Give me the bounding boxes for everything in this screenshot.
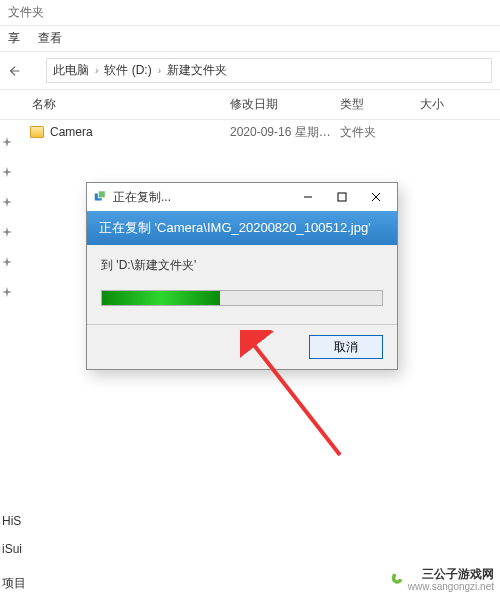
up-icon[interactable] <box>8 64 22 78</box>
copy-dialog: 正在复制... 正在复制 'Camera\IMG_20200820_100512… <box>86 182 398 370</box>
close-button[interactable] <box>359 183 393 211</box>
column-type[interactable]: 类型 <box>340 96 420 113</box>
table-row[interactable]: Camera 2020-09-16 星期… 文件夹 <box>0 120 500 144</box>
column-size[interactable]: 大小 <box>420 96 500 113</box>
chevron-right-icon: › <box>154 65 165 76</box>
column-headers: 名称 修改日期 类型 大小 <box>0 90 500 120</box>
pin-icon[interactable] <box>2 286 12 296</box>
file-name: Camera <box>50 125 230 139</box>
sidebar-item[interactable]: HiS <box>2 514 22 530</box>
file-date: 2020-09-16 星期… <box>230 124 340 141</box>
svg-rect-2 <box>338 193 346 201</box>
status-bar: 项目 <box>2 575 26 592</box>
column-date[interactable]: 修改日期 <box>230 96 340 113</box>
pin-icon[interactable] <box>2 196 12 206</box>
watermark: 三公子游戏网 www.sangongzi.net <box>384 568 494 592</box>
progress-bar <box>101 290 383 306</box>
folder-icon <box>30 126 44 138</box>
sidebar-fragments: HiS iSui <box>0 514 22 558</box>
menu-bar: 享 查看 <box>0 26 500 52</box>
watermark-url: www.sangongzi.net <box>408 581 494 592</box>
dialog-title: 正在复制... <box>113 189 171 206</box>
svg-rect-1 <box>98 191 105 198</box>
watermark-logo-icon <box>384 571 402 589</box>
cancel-button[interactable]: 取消 <box>309 335 383 359</box>
progress-fill <box>102 291 220 305</box>
column-name[interactable]: 名称 <box>0 96 230 113</box>
quick-access-pins <box>0 130 14 302</box>
pin-icon[interactable] <box>2 166 12 176</box>
menu-view[interactable]: 查看 <box>38 30 62 47</box>
menu-share[interactable]: 享 <box>8 30 20 47</box>
maximize-button[interactable] <box>325 183 359 211</box>
file-list: Camera 2020-09-16 星期… 文件夹 <box>0 120 500 144</box>
breadcrumb-folder[interactable]: 新建文件夹 <box>167 62 227 79</box>
watermark-name: 三公子游戏网 <box>422 568 494 581</box>
breadcrumb[interactable]: 此电脑 › 软件 (D:) › 新建文件夹 <box>46 58 492 83</box>
dialog-titlebar[interactable]: 正在复制... <box>87 183 397 211</box>
window-title-fragment: 文件夹 <box>0 0 500 26</box>
breadcrumb-root[interactable]: 此电脑 <box>53 62 89 79</box>
minimize-button[interactable] <box>291 183 325 211</box>
dialog-destination: 到 'D:\新建文件夹' <box>101 257 383 274</box>
dialog-header: 正在复制 'Camera\IMG_20200820_100512.jpg' <box>87 211 397 245</box>
pin-icon[interactable] <box>2 256 12 266</box>
chevron-right-icon: › <box>91 65 102 76</box>
sidebar-item[interactable]: iSui <box>2 542 22 558</box>
pin-icon[interactable] <box>2 136 12 146</box>
copy-icon <box>93 190 107 204</box>
file-type: 文件夹 <box>340 124 420 141</box>
pin-icon[interactable] <box>2 226 12 236</box>
breadcrumb-drive[interactable]: 软件 (D:) <box>104 62 151 79</box>
toolbar: 此电脑 › 软件 (D:) › 新建文件夹 <box>0 52 500 90</box>
